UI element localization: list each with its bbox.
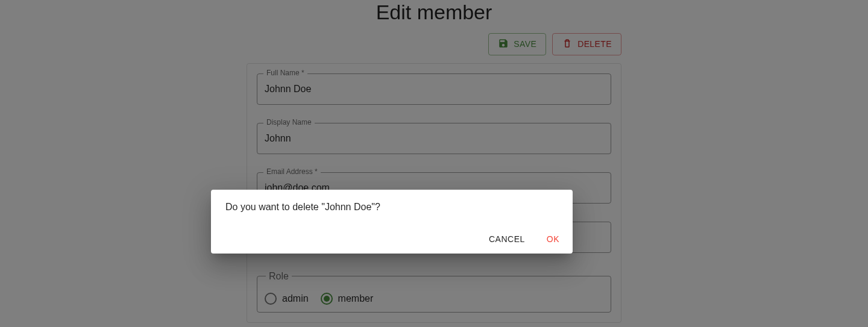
confirm-dialog: Do you want to delete "Johnn Doe"? CANCE… <box>211 190 573 254</box>
dialog-message: Do you want to delete "Johnn Doe"? <box>225 202 558 213</box>
dialog-ok-button[interactable]: OK <box>538 229 568 249</box>
modal-backdrop[interactable] <box>0 0 868 327</box>
dialog-cancel-button[interactable]: CANCEL <box>480 229 533 249</box>
